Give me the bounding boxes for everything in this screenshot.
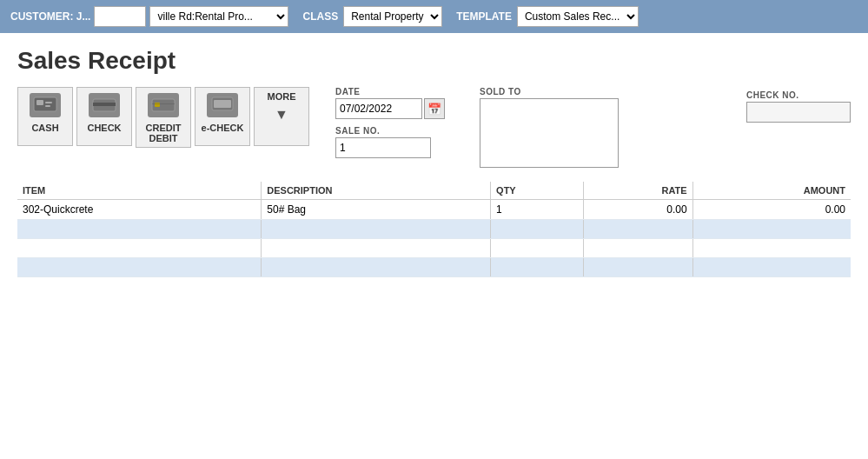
svg-rect-2 xyxy=(45,102,52,103)
cell-description xyxy=(262,239,491,258)
cell-description xyxy=(262,258,491,277)
cell-qty xyxy=(491,258,584,277)
sale-no-field-group: SALE NO. xyxy=(335,126,445,158)
cell-amount: 0.00 xyxy=(692,200,851,220)
cell-rate xyxy=(583,239,692,258)
sale-no-label: SALE NO. xyxy=(335,126,445,136)
class-label: CLASS xyxy=(302,10,338,23)
customer-select[interactable]: ville Rd:Rental Pro... xyxy=(149,6,288,27)
check-button[interactable]: CHECK xyxy=(76,87,132,146)
cell-item xyxy=(17,258,262,277)
svg-rect-3 xyxy=(45,105,50,107)
cash-button[interactable]: CASH xyxy=(17,87,73,146)
col-header-item: ITEM xyxy=(17,182,262,200)
date-input[interactable] xyxy=(335,98,422,119)
e-check-label: e-CHECK xyxy=(202,123,244,133)
cell-rate xyxy=(583,220,692,239)
items-table: ITEM DESCRIPTION QTY RATE AMOUNT 302-Qui… xyxy=(17,182,851,277)
col-header-amount: AMOUNT xyxy=(692,182,851,200)
top-bar: CUSTOMER: J... ville Rd:Rental Pro... CL… xyxy=(0,0,868,33)
cash-icon xyxy=(30,93,61,117)
e-check-button[interactable]: e-CHECK xyxy=(195,87,250,146)
cell-description xyxy=(262,220,491,239)
cell-item xyxy=(17,220,262,239)
page-title: Sales Receipt xyxy=(17,47,851,75)
cell-description: 50# Bag xyxy=(262,200,491,220)
cash-label: CASH xyxy=(31,123,58,133)
cell-amount xyxy=(692,239,851,258)
date-section: DATE 📅 SALE NO. xyxy=(335,87,445,158)
customer-label: CUSTOMER: J... xyxy=(10,10,90,23)
credit-debit-button[interactable]: CREDIT DEBIT xyxy=(136,87,191,148)
col-header-description: DESCRIPTION xyxy=(262,182,491,200)
svg-rect-10 xyxy=(217,111,228,113)
more-label: MORE xyxy=(268,91,296,102)
class-group: CLASS Rental Property Personal Business xyxy=(302,6,442,27)
check-no-label: CHECK NO. xyxy=(746,90,851,100)
cell-item xyxy=(17,239,262,258)
cell-qty: 1 xyxy=(491,200,584,220)
sold-to-section: SOLD TO xyxy=(480,87,619,168)
template-label: TEMPLATE xyxy=(456,10,512,23)
cell-rate: 0.00 xyxy=(583,200,692,220)
cell-qty xyxy=(491,220,584,239)
form-row: CASH CHECK CREDIT DEBIT e-CHECK xyxy=(17,87,851,168)
cell-qty xyxy=(491,239,584,258)
sold-to-label: SOLD TO xyxy=(480,87,619,96)
credit-debit-icon xyxy=(148,93,179,117)
payment-buttons: CASH CHECK CREDIT DEBIT e-CHECK xyxy=(17,87,309,148)
customer-input[interactable] xyxy=(94,6,146,27)
table-header-row: ITEM DESCRIPTION QTY RATE AMOUNT xyxy=(17,182,851,200)
customer-field: CUSTOMER: J... ville Rd:Rental Pro... xyxy=(10,6,288,27)
table-row[interactable] xyxy=(17,239,851,258)
svg-rect-8 xyxy=(152,103,175,104)
check-icon xyxy=(89,93,120,117)
table-row[interactable] xyxy=(17,258,851,277)
col-header-rate: RATE xyxy=(583,182,692,200)
table-row[interactable] xyxy=(17,220,851,239)
cell-amount xyxy=(692,220,851,239)
credit-debit-label: CREDIT DEBIT xyxy=(140,123,187,143)
template-select[interactable]: Custom Sales Rec... Standard xyxy=(517,6,639,27)
svg-rect-11 xyxy=(215,113,230,114)
date-label: DATE xyxy=(335,87,445,96)
more-button[interactable]: MORE ▼ xyxy=(254,87,309,146)
cell-item: 302-Quickcrete xyxy=(17,200,262,220)
calendar-button[interactable]: 📅 xyxy=(424,98,445,119)
col-header-qty: QTY xyxy=(491,182,584,200)
check-no-input[interactable] xyxy=(746,102,851,123)
svg-rect-7 xyxy=(155,103,160,107)
date-input-row: 📅 xyxy=(335,98,445,119)
table-row[interactable]: 302-Quickcrete 50# Bag 1 0.00 0.00 xyxy=(17,200,851,220)
sold-to-box[interactable] xyxy=(480,98,619,168)
class-select[interactable]: Rental Property Personal Business xyxy=(343,6,442,27)
e-check-icon xyxy=(207,93,238,117)
svg-rect-12 xyxy=(214,100,231,108)
template-group: TEMPLATE Custom Sales Rec... Standard xyxy=(456,6,639,27)
main-content: Sales Receipt CASH CHECK CREDIT DEBIT xyxy=(0,33,868,291)
date-field-group: DATE 📅 xyxy=(335,87,445,119)
more-dropdown-arrow: ▼ xyxy=(275,107,288,123)
sale-no-input[interactable] xyxy=(335,137,431,158)
check-no-section: CHECK NO. xyxy=(746,87,851,123)
cell-rate xyxy=(583,258,692,277)
cell-amount xyxy=(692,258,851,277)
svg-rect-5 xyxy=(93,103,116,106)
check-label: CHECK xyxy=(87,123,121,133)
svg-rect-1 xyxy=(36,100,43,105)
